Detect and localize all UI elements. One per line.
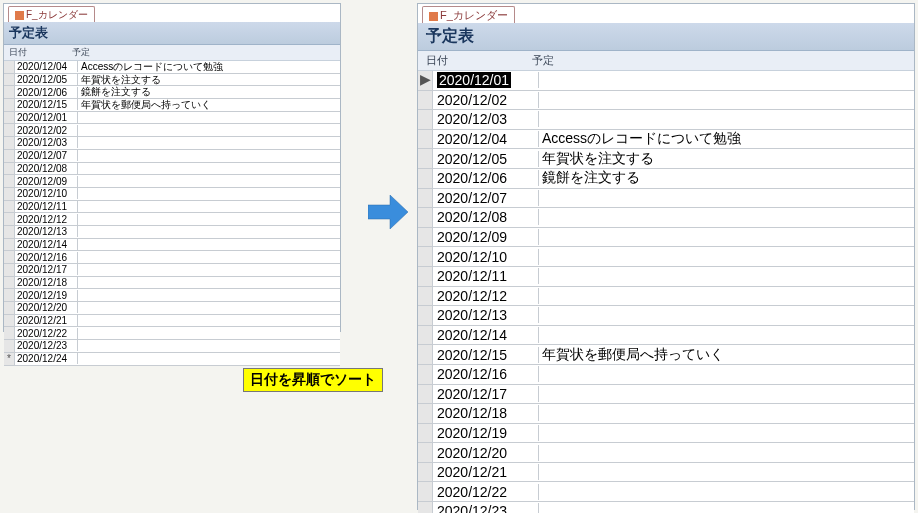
table-row[interactable]: 2020/12/11	[418, 267, 914, 287]
date-cell[interactable]: 2020/12/11	[433, 268, 539, 284]
date-cell[interactable]: 2020/12/03	[433, 111, 539, 127]
record-selector[interactable]	[418, 365, 433, 384]
record-selector[interactable]	[418, 130, 433, 149]
date-cell[interactable]: 2020/12/19	[15, 290, 78, 301]
table-row[interactable]: 2020/12/17	[4, 264, 340, 277]
record-selector[interactable]	[418, 169, 433, 188]
record-selector[interactable]	[418, 267, 433, 286]
record-selector[interactable]	[4, 99, 15, 111]
table-row[interactable]: 2020/12/19	[418, 424, 914, 444]
date-cell[interactable]: 2020/12/18	[433, 405, 539, 421]
record-selector[interactable]: *	[4, 353, 15, 365]
table-row[interactable]: 2020/12/12	[4, 213, 340, 226]
date-cell[interactable]: 2020/12/01	[15, 112, 78, 123]
date-cell[interactable]: 2020/12/08	[15, 163, 78, 174]
date-cell[interactable]: 2020/12/15	[15, 99, 78, 110]
record-selector[interactable]	[418, 443, 433, 462]
table-row[interactable]: 2020/12/10	[418, 247, 914, 267]
table-row[interactable]: 2020/12/21	[418, 463, 914, 483]
table-row[interactable]: 2020/12/05年賀状を注文する	[418, 149, 914, 169]
form-tab[interactable]: F_カレンダー	[422, 6, 515, 23]
table-row[interactable]: 2020/12/22	[418, 482, 914, 502]
date-cell[interactable]: 2020/12/07	[433, 190, 539, 206]
date-cell[interactable]: 2020/12/16	[15, 252, 78, 263]
date-cell[interactable]: 2020/12/18	[15, 277, 78, 288]
date-cell[interactable]: 2020/12/20	[433, 445, 539, 461]
record-selector[interactable]	[4, 289, 15, 301]
record-selector[interactable]	[4, 74, 15, 86]
table-row[interactable]: 2020/12/15年賀状を郵便局へ持っていく	[418, 345, 914, 365]
date-cell[interactable]: 2020/12/17	[15, 264, 78, 275]
date-cell[interactable]: 2020/12/04	[15, 61, 78, 72]
record-selector[interactable]	[418, 482, 433, 501]
table-row[interactable]: 2020/12/20	[4, 302, 340, 315]
date-cell[interactable]: 2020/12/13	[15, 226, 78, 237]
table-row[interactable]: 2020/12/16	[4, 251, 340, 264]
record-selector[interactable]	[418, 287, 433, 306]
record-selector[interactable]	[418, 424, 433, 443]
table-row[interactable]: 2020/12/09	[418, 228, 914, 248]
record-selector[interactable]	[418, 189, 433, 208]
form-tab[interactable]: F_カレンダー	[8, 6, 95, 22]
date-cell[interactable]: 2020/12/23	[433, 503, 539, 513]
table-row[interactable]: 2020/12/20	[418, 443, 914, 463]
date-cell[interactable]: 2020/12/20	[15, 302, 78, 313]
record-selector[interactable]	[418, 228, 433, 247]
record-selector[interactable]	[418, 502, 433, 513]
table-row[interactable]: 2020/12/10	[4, 188, 340, 201]
table-row[interactable]: 2020/12/03	[418, 110, 914, 130]
table-row[interactable]: 2020/12/14	[4, 239, 340, 252]
date-cell[interactable]: 2020/12/09	[15, 176, 78, 187]
event-cell[interactable]: 鏡餅を注文する	[539, 169, 914, 187]
data-grid[interactable]: 2020/12/04Accessのレコードについて勉強2020/12/05年賀状…	[4, 61, 340, 366]
table-row[interactable]: 2020/12/13	[418, 306, 914, 326]
data-grid[interactable]: ▶2020/12/012020/12/022020/12/032020/12/0…	[418, 71, 914, 513]
date-cell[interactable]: 2020/12/13	[433, 307, 539, 323]
date-cell[interactable]: 2020/12/21	[15, 315, 78, 326]
date-cell[interactable]: 2020/12/14	[433, 327, 539, 343]
table-row[interactable]: 2020/12/18	[418, 404, 914, 424]
record-selector[interactable]	[418, 91, 433, 110]
date-cell[interactable]: 2020/12/21	[433, 464, 539, 480]
date-cell[interactable]: 2020/12/03	[15, 137, 78, 148]
date-cell[interactable]: 2020/12/05	[433, 151, 539, 167]
record-selector[interactable]	[4, 112, 15, 124]
event-cell[interactable]: Accessのレコードについて勉強	[539, 130, 914, 148]
table-row[interactable]: 2020/12/19	[4, 289, 340, 302]
date-cell[interactable]: 2020/12/12	[433, 288, 539, 304]
date-cell[interactable]: 2020/12/02	[433, 92, 539, 108]
table-row[interactable]: 2020/12/21	[4, 315, 340, 328]
record-selector[interactable]	[4, 188, 15, 200]
table-row[interactable]: 2020/12/09	[4, 175, 340, 188]
record-selector[interactable]	[4, 315, 15, 327]
table-row[interactable]: 2020/12/17	[418, 385, 914, 405]
date-cell[interactable]: 2020/12/01	[433, 72, 539, 88]
event-cell[interactable]: 年賀状を郵便局へ持っていく	[78, 98, 340, 112]
date-cell[interactable]: 2020/12/06	[15, 87, 78, 98]
record-selector[interactable]	[4, 61, 15, 73]
record-selector[interactable]	[418, 208, 433, 227]
table-row[interactable]: ▶2020/12/01	[418, 71, 914, 91]
table-row[interactable]: 2020/12/22	[4, 327, 340, 340]
date-cell[interactable]: 2020/12/17	[433, 386, 539, 402]
record-selector[interactable]	[4, 86, 15, 98]
table-row[interactable]: 2020/12/11	[4, 201, 340, 214]
date-cell[interactable]: 2020/12/22	[15, 328, 78, 339]
event-cell[interactable]: 年賀状を郵便局へ持っていく	[539, 346, 914, 364]
table-row[interactable]: 2020/12/14	[418, 326, 914, 346]
date-cell[interactable]: 2020/12/07	[15, 150, 78, 161]
record-selector[interactable]	[418, 385, 433, 404]
record-selector[interactable]	[4, 124, 15, 136]
table-row[interactable]: 2020/12/08	[418, 208, 914, 228]
table-row[interactable]: 2020/12/23	[418, 502, 914, 513]
table-row[interactable]: 2020/12/15年賀状を郵便局へ持っていく	[4, 99, 340, 112]
table-row[interactable]: 2020/12/03	[4, 137, 340, 150]
table-row[interactable]: 2020/12/06鏡餅を注文する	[418, 169, 914, 189]
record-selector[interactable]	[4, 239, 15, 251]
record-selector[interactable]	[418, 247, 433, 266]
record-selector[interactable]	[4, 201, 15, 213]
date-cell[interactable]: 2020/12/23	[15, 340, 78, 351]
date-cell[interactable]: 2020/12/05	[15, 74, 78, 85]
table-row[interactable]: 2020/12/13	[4, 226, 340, 239]
date-cell[interactable]: 2020/12/11	[15, 201, 78, 212]
